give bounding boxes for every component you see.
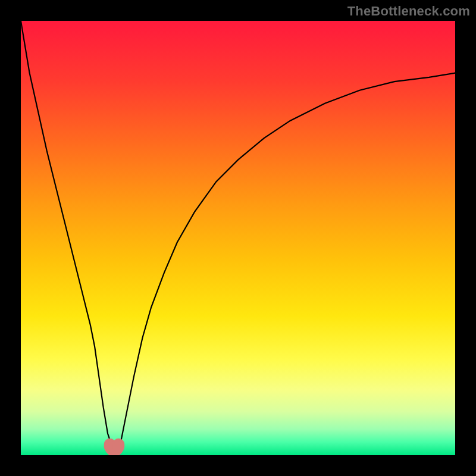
curve-right	[117, 73, 455, 451]
plot-area	[21, 21, 455, 455]
chart-frame: TheBottleneck.com	[0, 0, 476, 476]
marker-dot-1	[112, 440, 124, 452]
curve-left	[21, 21, 117, 451]
curves-layer	[21, 21, 455, 455]
watermark-text: TheBottleneck.com	[347, 4, 470, 19]
marker-group	[104, 440, 125, 452]
